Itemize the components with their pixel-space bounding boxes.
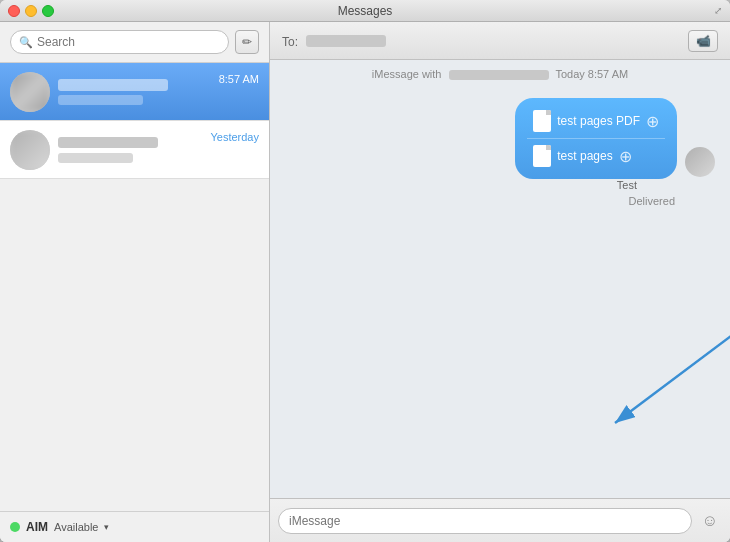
- conversation-item[interactable]: 8:57 AM: [0, 63, 269, 121]
- search-icon: 🔍: [19, 36, 33, 49]
- video-icon: 📹: [696, 34, 711, 48]
- aim-status-label: Available: [54, 521, 98, 533]
- message-content-wrapper: test pages PDF ⊕ test pages ⊕ Test: [515, 98, 677, 191]
- resize-icon[interactable]: ⤢: [714, 5, 722, 16]
- titlebar: Messages ⤢: [0, 0, 730, 22]
- avatar: [10, 72, 50, 112]
- search-bar[interactable]: 🔍: [10, 30, 229, 54]
- divider: [527, 138, 665, 139]
- file-attachment-2: test pages ⊕: [527, 141, 665, 171]
- file-name-1: test pages PDF: [557, 114, 640, 128]
- sidebar-footer: AIM Available ▾: [0, 511, 269, 542]
- conversation-list: 8:57 AM Yesterday: [0, 63, 269, 511]
- message-input[interactable]: [278, 508, 692, 534]
- conversation-time: 8:57 AM: [219, 73, 259, 85]
- file-attachment-1: test pages PDF ⊕: [527, 106, 665, 136]
- main-content: 🔍 ✏ 8:57 AM: [0, 22, 730, 542]
- messages-area: test pages PDF ⊕ test pages ⊕ Test: [270, 88, 730, 498]
- maximize-button[interactable]: [42, 5, 54, 17]
- contact-name: [58, 79, 168, 91]
- chat-panel: To: 📹 iMessage with Today 8:57 AM: [270, 22, 730, 542]
- imessage-with-label: iMessage with: [372, 68, 442, 80]
- svg-line-1: [615, 333, 730, 423]
- avatar-blur: [10, 72, 50, 112]
- chat-time-label: Today 8:57 AM: [555, 68, 628, 80]
- delivered-status: Delivered: [285, 195, 715, 207]
- message-bubble: test pages PDF ⊕ test pages ⊕: [515, 98, 677, 179]
- contact-info-blur: [449, 70, 549, 80]
- file-icon: [533, 145, 551, 167]
- compose-icon: ✏: [242, 35, 252, 49]
- sender-avatar: [685, 147, 715, 177]
- close-button[interactable]: [8, 5, 20, 17]
- chevron-down-icon[interactable]: ▾: [104, 522, 109, 532]
- emoji-icon: ☺: [702, 512, 718, 530]
- file-icon: [533, 110, 551, 132]
- status-indicator: [10, 522, 20, 532]
- compose-button[interactable]: ✏: [235, 30, 259, 54]
- input-bar: ☺: [270, 498, 730, 542]
- add-icon: ⊕: [646, 112, 659, 131]
- window-controls: [8, 5, 54, 17]
- minimize-button[interactable]: [25, 5, 37, 17]
- aim-service-label: AIM: [26, 520, 48, 534]
- emoji-button[interactable]: ☺: [698, 509, 722, 533]
- avatar: [10, 130, 50, 170]
- to-label: To:: [282, 35, 298, 49]
- message-preview: [58, 95, 143, 105]
- message-row: test pages PDF ⊕ test pages ⊕ Test: [285, 98, 715, 191]
- conversation-time: Yesterday: [210, 131, 259, 143]
- search-input[interactable]: [37, 35, 220, 49]
- conversation-item[interactable]: Yesterday: [0, 121, 269, 179]
- video-button[interactable]: 📹: [688, 30, 718, 52]
- arrow-annotation: [565, 323, 730, 443]
- add-icon: ⊕: [619, 147, 632, 166]
- sidebar-header: 🔍 ✏: [0, 22, 269, 63]
- message-label: Test: [515, 179, 637, 191]
- chat-header: To: 📹: [270, 22, 730, 60]
- recipient-field: To:: [282, 32, 386, 50]
- chat-info-bar: iMessage with Today 8:57 AM: [270, 60, 730, 88]
- recipient-name: [306, 35, 386, 47]
- window-title: Messages: [338, 4, 393, 18]
- sidebar: 🔍 ✏ 8:57 AM: [0, 22, 270, 542]
- file-name-2: test pages: [557, 149, 612, 163]
- messages-window: Messages ⤢ 🔍 ✏: [0, 0, 730, 542]
